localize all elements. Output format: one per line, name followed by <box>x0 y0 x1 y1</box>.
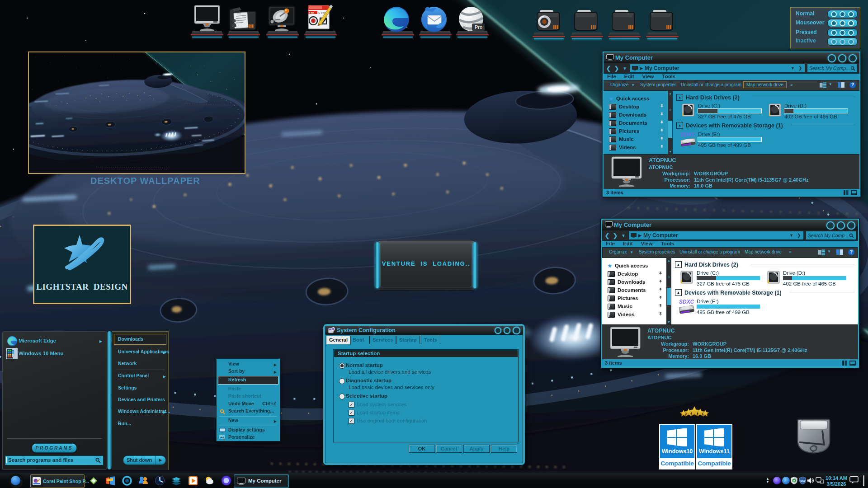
svg-text:MW: MW <box>800 479 806 483</box>
svg-text:Pro: Pro <box>475 24 482 30</box>
svg-text:File: File <box>309 11 314 14</box>
